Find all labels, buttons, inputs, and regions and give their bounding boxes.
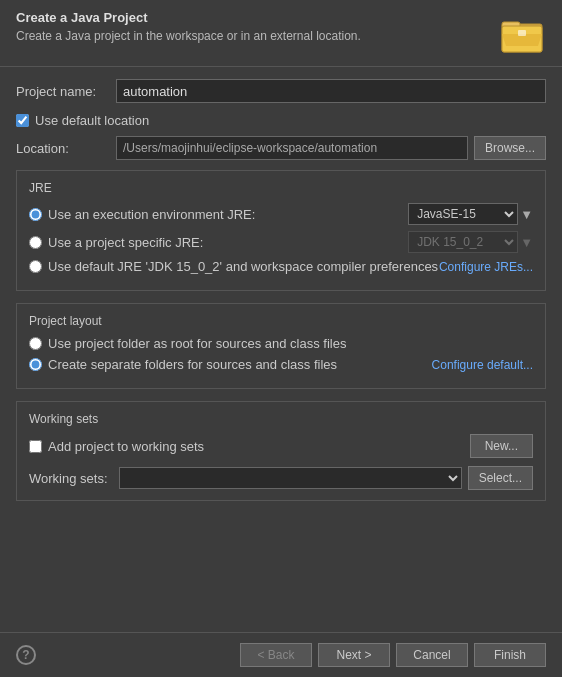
configure-default-link[interactable]: Configure default... xyxy=(432,358,533,372)
working-sets-section: Working sets Add project to working sets… xyxy=(16,401,546,501)
add-working-sets-label: Add project to working sets xyxy=(48,439,204,454)
working-sets-title: Working sets xyxy=(29,412,533,426)
project-name-input[interactable] xyxy=(116,79,546,103)
layout-section-title: Project layout xyxy=(29,314,533,328)
configure-jres-link[interactable]: Configure JREs... xyxy=(439,260,533,274)
dialog-subtitle: Create a Java project in the workspace o… xyxy=(16,29,361,43)
jre-default-label: Use default JRE 'JDK 15_0_2' and workspa… xyxy=(48,259,439,274)
jre-specific-dropdown-arrow: ▼ xyxy=(520,235,533,250)
new-working-set-button[interactable]: New... xyxy=(470,434,533,458)
location-input[interactable] xyxy=(116,136,468,160)
dialog-title: Create a Java Project xyxy=(16,10,361,25)
working-sets-select[interactable] xyxy=(119,467,462,489)
footer-right: < Back Next > Cancel Finish xyxy=(240,643,546,667)
jre-specific-radio[interactable] xyxy=(29,236,42,249)
use-default-location-checkbox[interactable] xyxy=(16,114,29,127)
add-working-sets-checkbox[interactable] xyxy=(29,440,42,453)
jre-section: JRE Use an execution environment JRE: Ja… xyxy=(16,170,546,291)
create-java-project-dialog: Create a Java Project Create a Java proj… xyxy=(0,0,562,677)
help-button[interactable]: ? xyxy=(16,645,36,665)
select-working-set-button[interactable]: Select... xyxy=(468,466,533,490)
folder-icon xyxy=(498,10,546,58)
layout-root-label: Use project folder as root for sources a… xyxy=(48,336,533,351)
jre-default-radio[interactable] xyxy=(29,260,42,273)
layout-option-1-row: Use project folder as root for sources a… xyxy=(29,336,533,351)
jre-specific-select[interactable]: JDK 15_0_2 xyxy=(408,231,518,253)
layout-separate-label: Create separate folders for sources and … xyxy=(48,357,432,372)
svg-rect-4 xyxy=(518,30,526,36)
jre-env-select[interactable]: JavaSE-15 xyxy=(408,203,518,225)
use-default-location-row: Use default location xyxy=(16,113,546,128)
finish-button[interactable]: Finish xyxy=(474,643,546,667)
footer-left: ? xyxy=(16,645,36,665)
next-button[interactable]: Next > xyxy=(318,643,390,667)
jre-option-2-row: Use a project specific JRE: JDK 15_0_2 ▼ xyxy=(29,231,533,253)
cancel-button[interactable]: Cancel xyxy=(396,643,468,667)
jre-option-3-row: Use default JRE 'JDK 15_0_2' and workspa… xyxy=(29,259,533,274)
project-name-row: Project name: xyxy=(16,79,546,103)
use-default-location-label: Use default location xyxy=(35,113,149,128)
jre-env-radio[interactable] xyxy=(29,208,42,221)
layout-section: Project layout Use project folder as roo… xyxy=(16,303,546,389)
working-sets-label: Working sets: xyxy=(29,471,119,486)
jre-env-dropdown-arrow: ▼ xyxy=(520,207,533,222)
location-label: Location: xyxy=(16,141,116,156)
dialog-header: Create a Java Project Create a Java proj… xyxy=(0,0,562,67)
browse-button[interactable]: Browse... xyxy=(474,136,546,160)
back-button[interactable]: < Back xyxy=(240,643,312,667)
working-sets-select-row: Working sets: Select... xyxy=(29,466,533,490)
jre-section-title: JRE xyxy=(29,181,533,195)
location-row: Location: Browse... xyxy=(16,136,546,160)
jre-env-label: Use an execution environment JRE: xyxy=(48,207,408,222)
project-name-label: Project name: xyxy=(16,84,116,99)
layout-option-2-row: Create separate folders for sources and … xyxy=(29,357,533,372)
jre-option-1-row: Use an execution environment JRE: JavaSE… xyxy=(29,203,533,225)
layout-root-radio[interactable] xyxy=(29,337,42,350)
add-working-sets-row: Add project to working sets New... xyxy=(29,434,533,458)
layout-separate-radio[interactable] xyxy=(29,358,42,371)
dialog-body: Project name: Use default location Locat… xyxy=(0,67,562,632)
dialog-footer: ? < Back Next > Cancel Finish xyxy=(0,632,562,677)
jre-specific-label: Use a project specific JRE: xyxy=(48,235,408,250)
